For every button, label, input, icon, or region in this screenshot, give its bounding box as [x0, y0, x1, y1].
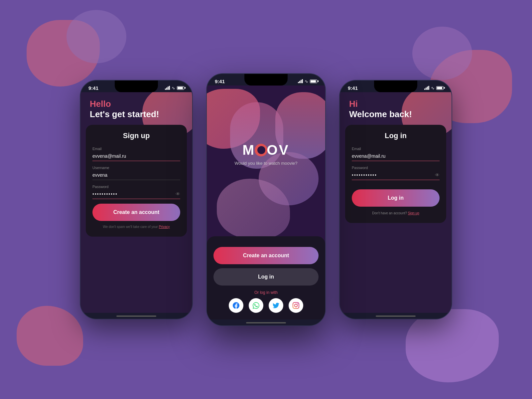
moov-logo: M OV: [242, 142, 290, 158]
email-input[interactable]: [92, 152, 180, 161]
social-icons-row: [213, 298, 319, 313]
login-password-input[interactable]: [352, 171, 440, 180]
phone3-header: Hi Welcome back!: [340, 92, 452, 125]
signup-link[interactable]: Sign up: [408, 211, 419, 215]
signal-icon-2: [298, 79, 303, 83]
login-button[interactable]: Log in: [352, 189, 440, 207]
home-indicator-3: [376, 315, 416, 317]
login-email-input-row: [352, 152, 440, 161]
home-indicator-1: [116, 315, 156, 317]
notch-3: [374, 81, 417, 92]
password-label: Password: [92, 185, 180, 189]
email-group: Email: [92, 147, 180, 161]
logo-ov: OV: [267, 142, 290, 158]
login-password-group: Password 👁: [352, 166, 440, 180]
status-icons-3: ∿: [424, 86, 444, 91]
status-icons-2: ∿: [298, 79, 317, 84]
home-indicator-2: [246, 322, 286, 323]
notch-2: [244, 74, 288, 86]
landing-create-account-button[interactable]: Create an account: [213, 247, 319, 264]
login-email-input[interactable]: [352, 152, 440, 161]
login-password-label: Password: [352, 166, 440, 170]
landing-login-button[interactable]: Log in: [213, 268, 319, 286]
facebook-icon[interactable]: [229, 298, 243, 313]
login-email-label: Email: [352, 147, 440, 151]
username-label: Username: [92, 166, 180, 170]
or-login-text: Or log in with: [213, 290, 319, 295]
signal-icon-1: [165, 86, 170, 90]
logo-o-inner: [257, 146, 265, 154]
phone-login: 9:41 ∿ Hi Welcome back! Log in: [339, 80, 452, 319]
signup-form-title: Sign up: [92, 131, 180, 140]
no-account-text: Don't have an account? Sign up: [352, 211, 440, 215]
battery-icon-3: [436, 86, 444, 90]
create-account-button[interactable]: Create an account: [92, 204, 180, 221]
wifi-icon-3: ∿: [431, 86, 435, 91]
notch-1: [115, 81, 158, 92]
time-1: 9:41: [88, 85, 98, 91]
phone-signup: 9:41 ∿ Hello Let's get started! Sign up: [80, 80, 193, 319]
whatsapp-icon[interactable]: [249, 298, 263, 313]
time-2: 9:41: [215, 79, 225, 84]
logo-m: M: [242, 142, 255, 158]
bg-blob-2: [66, 10, 126, 63]
moov-subtitle: Would you like to watch moovie?: [234, 161, 297, 166]
twitter-icon[interactable]: [269, 298, 283, 313]
bg-blob-5: [17, 306, 83, 366]
phone3-content: Hi Welcome back! Log in Email Password 👁: [340, 92, 452, 313]
login-form-title: Log in: [352, 131, 440, 140]
password-input-row: 👁: [92, 190, 180, 199]
wifi-icon-2: ∿: [305, 79, 308, 84]
welcome-text: Welcome back!: [349, 109, 442, 119]
phones-container: 9:41 ∿ Hello Let's get started! Sign up: [80, 73, 452, 326]
privacy-text: We don't spam we'll take care of your Pr…: [92, 225, 180, 229]
eye-icon[interactable]: 👁: [176, 191, 180, 197]
password-group: Password 👁: [92, 185, 180, 199]
login-form-card: Log in Email Password 👁 Log in: [345, 125, 446, 223]
phone1-content: Hello Let's get started! Sign up Email U…: [80, 92, 192, 313]
username-input-row: [92, 171, 180, 180]
instagram-icon[interactable]: [289, 298, 303, 313]
phone2-content: M OV Would you like to watch moovie? Cre…: [207, 86, 325, 319]
landing-bottom-card: Create an account Log in Or log in with: [207, 236, 325, 319]
username-input[interactable]: [92, 171, 180, 180]
login-email-group: Email: [352, 147, 440, 161]
battery-icon-1: [177, 86, 184, 90]
status-icons-1: ∿: [165, 86, 184, 91]
email-label: Email: [92, 147, 180, 151]
password-input[interactable]: [92, 190, 180, 199]
signal-icon-3: [424, 86, 429, 90]
time-3: 9:41: [348, 85, 358, 91]
login-password-input-row: 👁: [352, 171, 440, 180]
logo-o-circle: [255, 144, 267, 156]
battery-icon-2: [310, 80, 317, 83]
logo-area: M OV Would you like to watch moovie?: [207, 86, 325, 166]
bg-blob-4: [412, 27, 472, 80]
hello-text: Hello: [90, 99, 183, 109]
eye-icon-login[interactable]: 👁: [435, 172, 440, 178]
username-group: Username: [92, 166, 180, 180]
email-input-row: [92, 152, 180, 161]
hi-text: Hi: [349, 99, 442, 109]
phone-landing: 9:41 ∿ M: [206, 73, 326, 326]
privacy-link[interactable]: Privacy: [159, 225, 170, 229]
signup-form-card: Sign up Email Username Password: [86, 125, 187, 237]
get-started-text: Let's get started!: [90, 109, 183, 119]
wifi-icon-1: ∿: [172, 86, 175, 91]
phone1-header: Hello Let's get started!: [80, 92, 192, 125]
